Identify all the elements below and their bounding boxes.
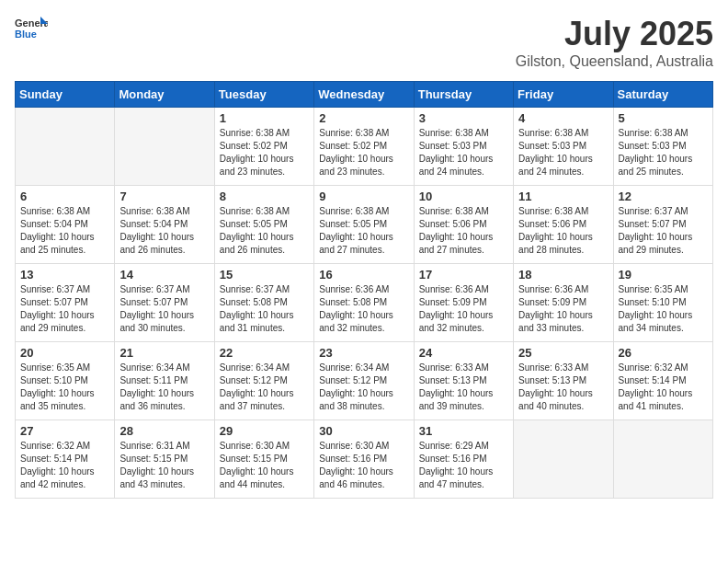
- day-info: Sunrise: 6:30 AMSunset: 5:15 PMDaylight:…: [220, 440, 309, 491]
- day-number: 18: [518, 268, 608, 282]
- svg-text:Blue: Blue: [15, 29, 37, 40]
- calendar-cell: 4Sunrise: 6:38 AMSunset: 5:03 PMDaylight…: [514, 108, 613, 186]
- day-number: 28: [119, 424, 209, 438]
- logo-icon: General Blue: [15, 15, 48, 40]
- calendar-cell: 26Sunrise: 6:32 AMSunset: 5:14 PMDayligh…: [613, 342, 712, 420]
- calendar-cell: 14Sunrise: 6:37 AMSunset: 5:07 PMDayligh…: [115, 264, 214, 342]
- calendar-cell: 19Sunrise: 6:35 AMSunset: 5:10 PMDayligh…: [613, 264, 712, 342]
- day-info: Sunrise: 6:35 AMSunset: 5:10 PMDaylight:…: [20, 362, 109, 413]
- day-number: 16: [319, 268, 408, 282]
- calendar-cell: 3Sunrise: 6:38 AMSunset: 5:03 PMDaylight…: [414, 108, 513, 186]
- calendar-cell: 17Sunrise: 6:36 AMSunset: 5:09 PMDayligh…: [414, 264, 513, 342]
- calendar-cell: 30Sunrise: 6:30 AMSunset: 5:16 PMDayligh…: [314, 420, 414, 499]
- calendar-cell: 1Sunrise: 6:38 AMSunset: 5:02 PMDaylight…: [214, 108, 313, 186]
- calendar-cell: 27Sunrise: 6:32 AMSunset: 5:14 PMDayligh…: [16, 420, 115, 499]
- calendar-cell: 22Sunrise: 6:34 AMSunset: 5:12 PMDayligh…: [214, 342, 313, 420]
- title-block: July 2025 Gilston, Queensland, Australia: [516, 15, 713, 70]
- location-title: Gilston, Queensland, Australia: [516, 53, 713, 70]
- day-number: 7: [119, 190, 209, 203]
- calendar-cell: 21Sunrise: 6:34 AMSunset: 5:11 PMDayligh…: [115, 342, 214, 420]
- day-number: 26: [619, 346, 708, 360]
- day-info: Sunrise: 6:32 AMSunset: 5:14 PMDaylight:…: [20, 440, 109, 491]
- day-info: Sunrise: 6:38 AMSunset: 5:03 PMDaylight:…: [518, 127, 608, 178]
- day-number: 11: [518, 190, 608, 203]
- calendar-cell: 12Sunrise: 6:37 AMSunset: 5:07 PMDayligh…: [613, 186, 712, 264]
- day-info: Sunrise: 6:31 AMSunset: 5:15 PMDaylight:…: [119, 440, 209, 491]
- calendar-cell: [613, 420, 712, 499]
- day-number: 14: [119, 268, 209, 282]
- calendar-cell: 29Sunrise: 6:30 AMSunset: 5:15 PMDayligh…: [214, 420, 313, 499]
- day-info: Sunrise: 6:33 AMSunset: 5:13 PMDaylight:…: [518, 362, 608, 413]
- calendar-cell: 18Sunrise: 6:36 AMSunset: 5:09 PMDayligh…: [514, 264, 613, 342]
- weekday-header-row: SundayMondayTuesdayWednesdayThursdayFrid…: [16, 82, 713, 108]
- day-info: Sunrise: 6:38 AMSunset: 5:03 PMDaylight:…: [419, 127, 508, 178]
- day-info: Sunrise: 6:36 AMSunset: 5:08 PMDaylight:…: [319, 283, 408, 335]
- day-number: 21: [119, 346, 209, 360]
- calendar-table: SundayMondayTuesdayWednesdayThursdayFrid…: [15, 81, 713, 499]
- day-number: 23: [319, 346, 408, 360]
- day-info: Sunrise: 6:38 AMSunset: 5:04 PMDaylight:…: [119, 205, 209, 257]
- day-info: Sunrise: 6:37 AMSunset: 5:08 PMDaylight:…: [220, 283, 309, 335]
- calendar-cell: 23Sunrise: 6:34 AMSunset: 5:12 PMDayligh…: [314, 342, 414, 420]
- day-info: Sunrise: 6:37 AMSunset: 5:07 PMDaylight:…: [20, 283, 109, 335]
- weekday-header-wednesday: Wednesday: [314, 82, 414, 108]
- calendar-cell: 28Sunrise: 6:31 AMSunset: 5:15 PMDayligh…: [115, 420, 214, 499]
- day-info: Sunrise: 6:32 AMSunset: 5:14 PMDaylight:…: [619, 362, 708, 413]
- calendar-cell: [115, 108, 214, 186]
- week-row-4: 20Sunrise: 6:35 AMSunset: 5:10 PMDayligh…: [16, 342, 713, 420]
- day-number: 25: [518, 346, 608, 360]
- day-info: Sunrise: 6:38 AMSunset: 5:06 PMDaylight:…: [419, 205, 508, 257]
- day-number: 13: [20, 268, 109, 282]
- day-number: 1: [220, 111, 309, 125]
- day-number: 17: [419, 268, 508, 282]
- day-info: Sunrise: 6:35 AMSunset: 5:10 PMDaylight:…: [619, 283, 708, 335]
- weekday-header-monday: Monday: [115, 82, 214, 108]
- calendar-cell: 15Sunrise: 6:37 AMSunset: 5:08 PMDayligh…: [214, 264, 313, 342]
- day-info: Sunrise: 6:36 AMSunset: 5:09 PMDaylight:…: [518, 283, 608, 335]
- weekday-header-sunday: Sunday: [16, 82, 115, 108]
- weekday-header-saturday: Saturday: [613, 82, 712, 108]
- calendar-cell: 31Sunrise: 6:29 AMSunset: 5:16 PMDayligh…: [414, 420, 513, 499]
- day-info: Sunrise: 6:38 AMSunset: 5:05 PMDaylight:…: [319, 205, 408, 257]
- day-info: Sunrise: 6:37 AMSunset: 5:07 PMDaylight:…: [619, 205, 708, 257]
- week-row-5: 27Sunrise: 6:32 AMSunset: 5:14 PMDayligh…: [16, 420, 713, 499]
- day-number: 31: [419, 424, 508, 438]
- day-info: Sunrise: 6:29 AMSunset: 5:16 PMDaylight:…: [419, 440, 508, 491]
- page-header: General Blue July 2025 Gilston, Queensla…: [15, 15, 713, 70]
- day-info: Sunrise: 6:38 AMSunset: 5:02 PMDaylight:…: [220, 127, 309, 178]
- calendar-cell: 13Sunrise: 6:37 AMSunset: 5:07 PMDayligh…: [16, 264, 115, 342]
- day-number: 20: [20, 346, 109, 360]
- day-info: Sunrise: 6:33 AMSunset: 5:13 PMDaylight:…: [419, 362, 508, 413]
- calendar-cell: 25Sunrise: 6:33 AMSunset: 5:13 PMDayligh…: [514, 342, 613, 420]
- calendar-cell: 9Sunrise: 6:38 AMSunset: 5:05 PMDaylight…: [314, 186, 414, 264]
- day-info: Sunrise: 6:36 AMSunset: 5:09 PMDaylight:…: [419, 283, 508, 335]
- calendar-cell: 5Sunrise: 6:38 AMSunset: 5:03 PMDaylight…: [613, 108, 712, 186]
- calendar-cell: 16Sunrise: 6:36 AMSunset: 5:08 PMDayligh…: [314, 264, 414, 342]
- day-number: 24: [419, 346, 508, 360]
- week-row-3: 13Sunrise: 6:37 AMSunset: 5:07 PMDayligh…: [16, 264, 713, 342]
- calendar-cell: [514, 420, 613, 499]
- day-info: Sunrise: 6:34 AMSunset: 5:12 PMDaylight:…: [319, 362, 408, 413]
- day-number: 30: [319, 424, 408, 438]
- day-number: 4: [518, 111, 608, 125]
- day-number: 5: [619, 111, 708, 125]
- calendar-cell: 8Sunrise: 6:38 AMSunset: 5:05 PMDaylight…: [214, 186, 313, 264]
- day-info: Sunrise: 6:38 AMSunset: 5:03 PMDaylight:…: [619, 127, 708, 178]
- day-number: 3: [419, 111, 508, 125]
- day-number: 9: [319, 190, 408, 203]
- day-info: Sunrise: 6:37 AMSunset: 5:07 PMDaylight:…: [119, 283, 209, 335]
- day-number: 12: [619, 190, 708, 203]
- logo: General Blue: [15, 15, 48, 40]
- month-title: July 2025: [516, 15, 713, 53]
- week-row-2: 6Sunrise: 6:38 AMSunset: 5:04 PMDaylight…: [16, 186, 713, 264]
- day-number: 15: [220, 268, 309, 282]
- day-info: Sunrise: 6:38 AMSunset: 5:04 PMDaylight:…: [20, 205, 109, 257]
- calendar-cell: 7Sunrise: 6:38 AMSunset: 5:04 PMDaylight…: [115, 186, 214, 264]
- day-number: 29: [220, 424, 309, 438]
- day-info: Sunrise: 6:34 AMSunset: 5:11 PMDaylight:…: [119, 362, 209, 413]
- day-info: Sunrise: 6:38 AMSunset: 5:06 PMDaylight:…: [518, 205, 608, 257]
- day-number: 10: [419, 190, 508, 203]
- calendar-cell: 10Sunrise: 6:38 AMSunset: 5:06 PMDayligh…: [414, 186, 513, 264]
- day-number: 2: [319, 111, 408, 125]
- calendar-cell: 20Sunrise: 6:35 AMSunset: 5:10 PMDayligh…: [16, 342, 115, 420]
